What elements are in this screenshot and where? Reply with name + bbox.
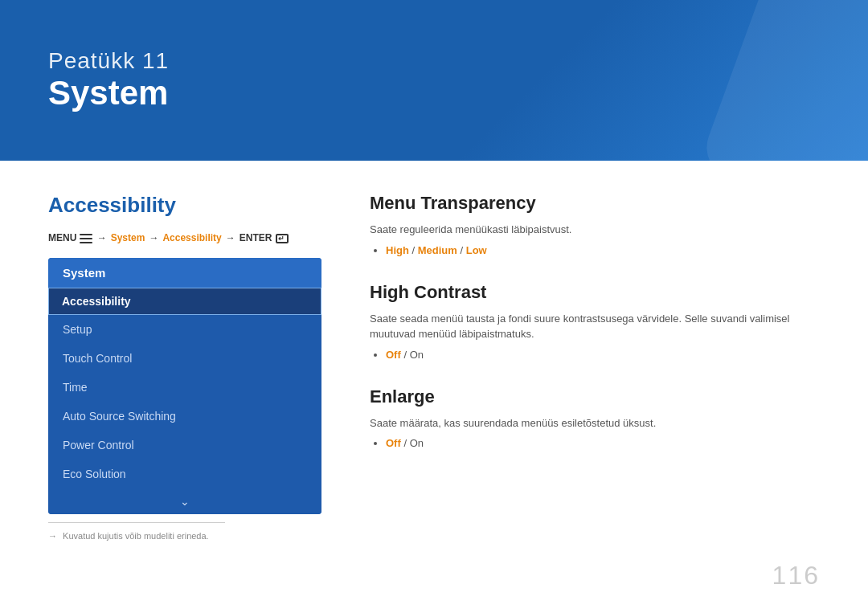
- header-title: System: [48, 74, 820, 112]
- breadcrumb-system: System: [111, 232, 145, 243]
- option-off-en: Off: [386, 437, 401, 449]
- option-medium: Medium: [418, 244, 457, 256]
- option-on-hc: On: [410, 349, 424, 361]
- enlarge-desc: Saate määrata, kas suurendada menüüs esi…: [370, 415, 820, 431]
- menu-chevron-icon[interactable]: ⌄: [48, 488, 321, 514]
- menu-transparency-title: Menu Transparency: [370, 193, 820, 214]
- enlarge-options: Off / On: [370, 437, 820, 449]
- option-on-en: On: [410, 437, 424, 449]
- menu-item-setup[interactable]: Setup: [48, 315, 321, 344]
- main-content: Accessibility MENU → System → Accessibil…: [0, 161, 868, 573]
- menu-item-accessibility[interactable]: Accessibility: [48, 288, 321, 315]
- section-high-contrast: High Contrast Saate seada menüü tausta j…: [370, 282, 820, 361]
- menu-item-eco-solution[interactable]: Eco Solution: [48, 460, 321, 488]
- breadcrumb-arrow-1: →: [97, 232, 107, 243]
- system-menu: System Accessibility Setup Touch Control…: [48, 258, 321, 514]
- enlarge-title: Enlarge: [370, 386, 820, 407]
- page-number: 116: [772, 561, 820, 591]
- breadcrumb-arrow-3: →: [226, 232, 235, 243]
- separator-2: /: [461, 244, 466, 256]
- breadcrumb: MENU → System → Accessibility → ENTER: [48, 232, 321, 243]
- breadcrumb-arrow-2: →: [149, 232, 158, 243]
- option-high: High: [386, 244, 409, 256]
- high-contrast-title: High Contrast: [370, 282, 820, 303]
- system-menu-header: System: [48, 258, 321, 288]
- right-column: Menu Transparency Saate reguleerida menü…: [370, 193, 820, 541]
- menu-icon: [80, 234, 92, 243]
- menu-transparency-desc: Saate reguleerida menüükasti läbipaistvu…: [370, 222, 820, 238]
- breadcrumb-enter: ENTER: [240, 232, 289, 243]
- footer-note-text: Kuvatud kujutis võib mudeliti erineda.: [63, 531, 209, 541]
- menu-item-time[interactable]: Time: [48, 373, 321, 402]
- menu-item-touch-control[interactable]: Touch Control: [48, 344, 321, 373]
- high-contrast-desc: Saate seada menüü tausta ja fondi suure …: [370, 311, 820, 342]
- footer-arrow-icon: →: [48, 531, 57, 541]
- footer-note: → Kuvatud kujutis võib mudeliti erineda.: [48, 522, 225, 541]
- enter-icon: [276, 234, 289, 243]
- section-enlarge: Enlarge Saate määrata, kas suurendada me…: [370, 386, 820, 450]
- section-title: Accessibility: [48, 193, 321, 218]
- separator-hc: /: [403, 349, 409, 361]
- menu-item-power-control[interactable]: Power Control: [48, 431, 321, 460]
- breadcrumb-menu: MENU: [48, 232, 93, 243]
- option-off-hc: Off: [386, 349, 401, 361]
- high-contrast-options: Off / On: [370, 349, 820, 361]
- menu-transparency-options: High / Medium / Low: [370, 244, 820, 256]
- section-menu-transparency: Menu Transparency Saate reguleerida menü…: [370, 193, 820, 256]
- breadcrumb-accessibility: Accessibility: [162, 232, 221, 243]
- option-low: Low: [466, 244, 487, 256]
- separator-en: /: [403, 437, 409, 449]
- separator-1: /: [412, 244, 418, 256]
- page-header: Peatükk 11 System: [0, 0, 868, 161]
- left-column: Accessibility MENU → System → Accessibil…: [48, 193, 321, 541]
- menu-item-auto-source[interactable]: Auto Source Switching: [48, 402, 321, 431]
- header-subtitle: Peatükk 11: [48, 48, 820, 74]
